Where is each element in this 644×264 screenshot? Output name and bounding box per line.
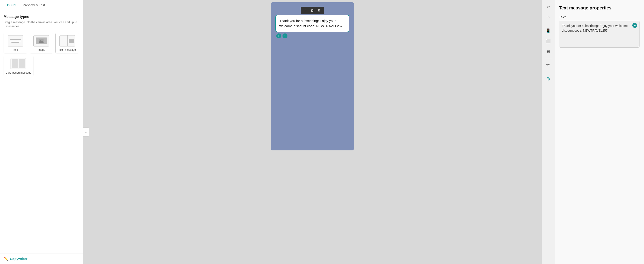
collapse-arrow-icon: ← [85,130,88,134]
left-panel: Build Preview & Test Message types Drag … [0,0,83,264]
card-cell-1 [12,59,18,68]
copywriter-label: Copywriter [10,257,28,261]
panel-body: Message types Drag a message into the ca… [0,10,83,253]
card-cell-2 [19,59,25,68]
desktop-icon: 🖥 [546,49,550,54]
message-type-image[interactable]: Image [30,33,54,54]
tablet-icon: ⬜ [546,38,551,44]
message-type-rich[interactable]: Rich message [56,33,79,54]
move-icon: ⠿ [304,8,307,12]
bubble-bottom-bar: + ✦ [275,34,350,38]
text-line-2 [10,41,21,41]
toolbar-separator-3 [544,72,552,72]
hide-button[interactable]: 👁 [544,60,553,70]
trash-icon: 🗑 [311,8,314,12]
properties-textarea[interactable]: Thank you for subscribing! Enjoy your we… [559,21,640,48]
image-card-label: Image [38,48,45,52]
properties-add-icon-button[interactable]: + [632,23,637,28]
bubble-add-button[interactable]: + [276,34,281,38]
bubble-toolbar-inner: ⠿ 🗑 ⧉ [301,7,324,14]
redo-button[interactable]: ↪ [544,12,553,22]
tablet-view-button[interactable]: ⬜ [544,36,553,46]
add-circle-icon: ⊕ [546,76,550,82]
add-icon: + [634,24,636,27]
right-toolbar: ↩ ↪ 📱 ⬜ 🖥 👁 ⊕ [542,0,554,264]
properties-text-label: Text [559,15,640,19]
second-row: Card-based message [4,56,79,76]
text-line-3 [12,42,19,43]
bubble-delete-button[interactable]: 🗑 [309,8,316,13]
magic-icon: ✦ [284,34,286,38]
message-type-card-based[interactable]: Card-based message [4,56,34,76]
message-bubble-container: ⠿ 🗑 ⧉ Thank you for subscribing! Enjoy y… [275,7,350,38]
plus-icon: + [278,34,280,38]
text-line-1 [10,39,21,40]
mobile-view-button[interactable]: 📱 [544,26,553,35]
mobile-icon: 📱 [546,28,551,33]
add-button[interactable]: ⊕ [544,74,553,83]
rich-icon-left [60,36,68,46]
properties-title: Text message properties [559,6,640,10]
hide-icon: 👁 [546,63,550,68]
card-based-label: Card-based message [6,71,32,74]
bubble-magic-button[interactable]: ✦ [282,34,288,38]
image-card-icon [34,35,49,46]
desktop-view-button[interactable]: 🖥 [544,47,553,56]
message-type-text[interactable]: Text [4,33,28,54]
message-types-title: Message types [4,15,79,19]
copy-icon: ⧉ [318,8,320,12]
bubble-toolbar: ⠿ 🗑 ⧉ [275,7,350,14]
properties-panel: Text message properties Text Thank you f… [554,0,644,264]
svg-point-1 [40,40,41,41]
tab-bar: Build Preview & Test [0,0,83,10]
bubble-copy-button[interactable]: ⧉ [316,8,322,13]
properties-textarea-wrapper: Thank you for subscribing! Enjoy your we… [559,21,640,48]
card-based-icon [10,58,26,69]
bubble-text: Thank you for subscribing! Enjoy your we… [279,19,344,28]
copywriter-icon: ✏️ [4,256,8,261]
phone-frame: ⠿ 🗑 ⧉ Thank you for subscribing! Enjoy y… [271,2,354,150]
canvas-area: ← ⠿ 🗑 ⧉ Thank you for s [83,0,542,264]
image-placeholder [36,38,47,44]
message-types-desc: Drag a message into the canvas area. You… [4,20,79,28]
left-footer[interactable]: ✏️ Copywriter [0,253,83,264]
message-bubble[interactable]: Thank you for subscribing! Enjoy your we… [275,15,350,32]
rich-icon-img [69,39,74,43]
tab-build[interactable]: Build [4,0,19,10]
text-card-label: Text [13,48,18,52]
redo-icon: ↪ [546,14,550,20]
rich-card-icon [60,35,75,46]
rich-icon-right [68,36,75,46]
collapse-button[interactable]: ← [83,128,89,136]
message-types-grid: Text Image [4,33,79,54]
bubble-move-button[interactable]: ⠿ [302,8,309,13]
undo-button[interactable]: ↩ [544,2,553,11]
toolbar-separator-1 [544,24,552,24]
rich-card-label: Rich message [59,48,76,52]
undo-icon: ↩ [546,4,550,9]
text-card-icon [8,35,23,46]
tab-preview[interactable]: Preview & Test [19,0,49,10]
